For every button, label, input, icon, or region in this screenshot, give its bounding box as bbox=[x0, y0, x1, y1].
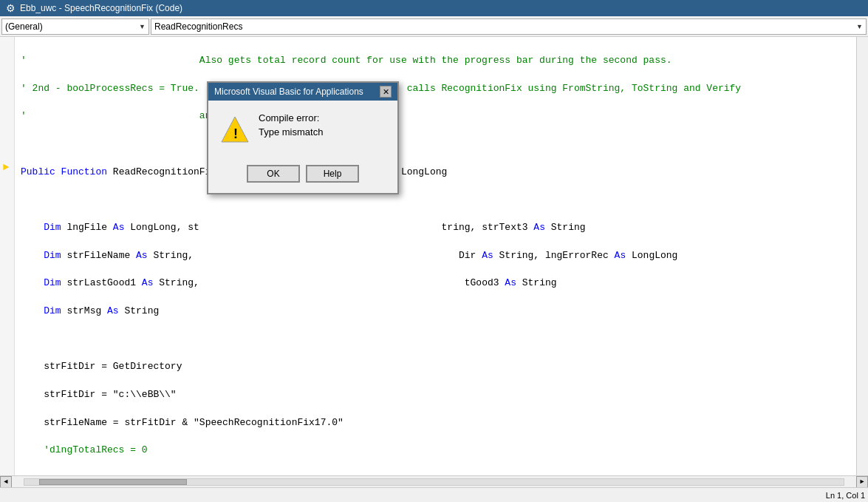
modal-button-row: OK Help bbox=[208, 159, 397, 193]
modal-close-button[interactable]: ✕ bbox=[380, 86, 392, 98]
modal-overlay: Microsoft Visual Basic for Applications … bbox=[0, 0, 868, 502]
modal-title: Microsoft Visual Basic for Applications bbox=[214, 87, 363, 97]
compile-error-dialog: Microsoft Visual Basic for Applications … bbox=[207, 81, 399, 194]
type-mismatch-text: Type mismatch bbox=[259, 126, 323, 138]
svg-text:!: ! bbox=[233, 126, 238, 141]
modal-title-bar: Microsoft Visual Basic for Applications … bbox=[208, 83, 397, 101]
modal-body: ! Compile error: Type mismatch bbox=[208, 101, 397, 159]
compile-error-label: Compile error: bbox=[259, 112, 323, 123]
ok-button[interactable]: OK bbox=[247, 165, 300, 183]
help-button[interactable]: Help bbox=[306, 165, 359, 183]
modal-message: Compile error: Type mismatch bbox=[259, 112, 323, 138]
warning-icon: ! bbox=[220, 115, 250, 147]
